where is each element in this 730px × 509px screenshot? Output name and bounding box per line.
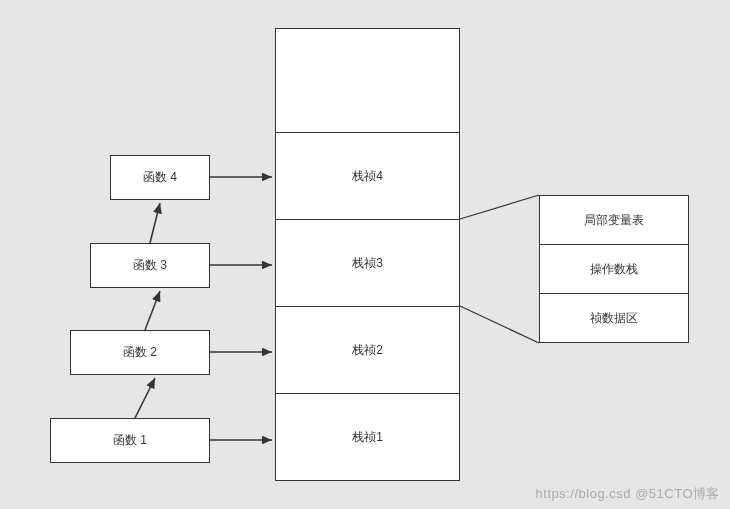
stack-frame-1-label: 栈祯1 <box>352 429 383 446</box>
function-4-label: 函数 4 <box>143 169 177 186</box>
stack-frame-3-label: 栈祯3 <box>352 255 383 272</box>
arrow-f1-to-f2 <box>135 378 155 418</box>
detail-frame-data-label: 祯数据区 <box>590 310 638 327</box>
stack-frame-3: 栈祯3 <box>275 219 460 307</box>
function-4-box: 函数 4 <box>110 155 210 200</box>
detail-operand-stack: 操作数栈 <box>539 244 689 294</box>
arrow-f3-to-f4 <box>150 203 160 243</box>
function-3-box: 函数 3 <box>90 243 210 288</box>
stack-frame-2-label: 栈祯2 <box>352 342 383 359</box>
function-1-label: 函数 1 <box>113 432 147 449</box>
detail-operand-stack-label: 操作数栈 <box>590 261 638 278</box>
stack-empty-top <box>275 28 460 133</box>
stack-frame-2: 栈祯2 <box>275 306 460 394</box>
stack-frame-4-label: 栈祯4 <box>352 168 383 185</box>
function-3-label: 函数 3 <box>133 257 167 274</box>
detail-local-vars: 局部变量表 <box>539 195 689 245</box>
stack-frame-1: 栈祯1 <box>275 393 460 481</box>
function-2-box: 函数 2 <box>70 330 210 375</box>
function-2-label: 函数 2 <box>123 344 157 361</box>
watermark-text: https://blog.csd @51CTO博客 <box>536 485 720 503</box>
detail-frame-data: 祯数据区 <box>539 293 689 343</box>
detail-local-vars-label: 局部变量表 <box>584 212 644 229</box>
expand-line-bottom <box>460 306 539 343</box>
arrow-f2-to-f3 <box>145 291 160 330</box>
expand-line-top <box>460 195 539 219</box>
function-1-box: 函数 1 <box>50 418 210 463</box>
stack-frame-4: 栈祯4 <box>275 132 460 220</box>
